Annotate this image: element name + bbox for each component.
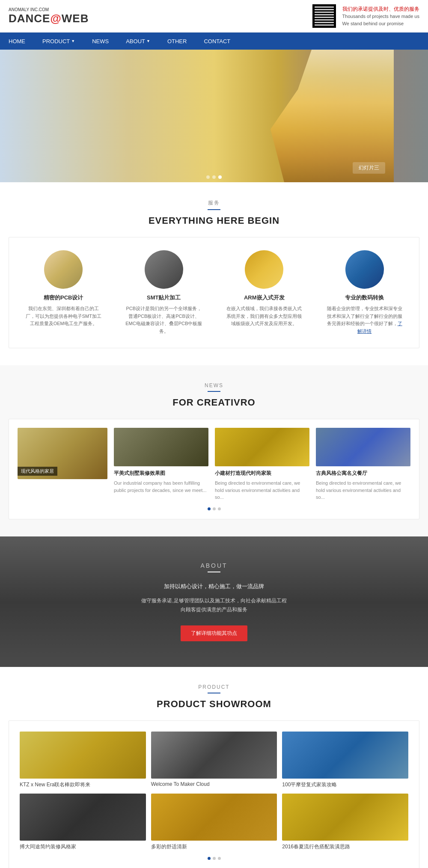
- news-item-3-desc: Being directed to environmental care, we…: [316, 480, 410, 501]
- about-section: ABOUT 加持以精心设计，精心施工，做一流品牌 做守服务承诺,足够管理团队以及…: [0, 536, 428, 667]
- service-pcb-name: 精密的PCB设计: [25, 294, 102, 302]
- service-pcb-image: [44, 250, 83, 289]
- service-pcb-desc: 我们在东莞、深圳都有着自己的工厂，可以为您提供各种电子SMT加工工程质量及OEM…: [25, 305, 102, 328]
- news-main-image: 现代风格的家居: [18, 428, 107, 479]
- services-label: 服务: [9, 199, 419, 207]
- product-item-3-image: [282, 732, 408, 779]
- logo-suffix: WEB: [62, 12, 89, 25]
- service-arm: ARM嵌入式开发 在嵌入式领域，我们承接各类嵌入式系统开发，我们拥有众多大型应用…: [226, 250, 303, 335]
- about-subtitle: 做守服务承诺,足够管理团队以及施工技术，向社会承献精品工程 向顾客提供满意的产品…: [9, 596, 419, 615]
- service-smt-name: SMT贴片加工: [125, 294, 202, 302]
- news-item-3-image: [316, 428, 410, 466]
- news-dot-2[interactable]: [213, 507, 216, 510]
- site-domain: ANOMALY INC.COM: [9, 7, 89, 12]
- chevron-down-icon: ▼: [146, 39, 150, 43]
- about-subtitle-line1: 做守服务承诺,足够管理团队以及施工技术，向社会承献精品工程: [9, 596, 419, 606]
- news-dot-3[interactable]: [218, 507, 221, 510]
- news-item-3-title: 古典风格公寓名义餐厅: [316, 470, 410, 477]
- news-main-label: 现代风格的家居: [18, 467, 57, 476]
- services-grid: 精密的PCB设计 我们在东莞、深圳都有着自己的工厂，可以为您提供各种电子SMT加…: [18, 250, 410, 335]
- product-label: PRODUCT: [9, 684, 419, 690]
- services-section: 服务 EVERYTHING HERE BEGIN 精密的PCB设计 我们在东莞、…: [0, 182, 428, 365]
- news-section: NEWS FOR CREATIVRO 现代风格的家居 平美式别墅装修效果图 Ou…: [0, 365, 428, 536]
- news-item-2-desc: Being directed to environmental care, we…: [215, 480, 309, 501]
- news-label: NEWS: [9, 382, 419, 388]
- product-box: KTZ x New Era联名棒款即将来 Welcome To Maker Cl…: [9, 720, 419, 868]
- product-section: PRODUCT PRODUCT SHOWROOM KTZ x New Era联名…: [0, 667, 428, 868]
- service-digital-link[interactable]: 了解详情: [357, 321, 402, 334]
- nav-other[interactable]: OTHER: [159, 33, 196, 50]
- qr-code: [312, 4, 336, 28]
- product-item-1-name: KTZ x New Era联名棒款即将来: [20, 781, 146, 788]
- service-pcb: 精密的PCB设计 我们在东莞、深圳都有着自己的工厂，可以为您提供各种电子SMT加…: [25, 250, 102, 335]
- site-header: ANOMALY INC.COM DANCE@WEB 我们的承诺提供及时、优质的服…: [0, 0, 428, 33]
- logo-area: ANOMALY INC.COM DANCE@WEB: [9, 7, 89, 25]
- news-main-item: 现代风格的家居: [18, 428, 107, 479]
- news-title: FOR CREATIVRO: [9, 397, 419, 408]
- news-items-list: 平美式别墅装修效果图 Our industrial company has be…: [114, 428, 410, 501]
- product-item-4-name: 搏大同途简约装修风格家: [20, 843, 146, 850]
- main-nav: HOME PRODUCT ▼ NEWS ABOUT ▼ OTHER CONTAC…: [0, 33, 428, 50]
- product-item-6: 2016春夏流行色搭配装潢思路: [282, 794, 408, 850]
- product-dot-3[interactable]: [218, 857, 221, 860]
- news-item-1: 平美式别墅装修效果图 Our industrial company has be…: [114, 428, 208, 501]
- news-dot-1[interactable]: [208, 507, 211, 510]
- news-divider: [208, 391, 220, 392]
- service-digital-image: [345, 250, 384, 289]
- product-item-5-name: 多彩的舒适清新: [151, 843, 277, 850]
- news-item-3: 古典风格公寓名义餐厅 Being directed to environment…: [316, 428, 410, 501]
- hero-dot-3[interactable]: [218, 175, 222, 179]
- product-dot-2[interactable]: [213, 857, 216, 860]
- about-divider: [208, 572, 220, 572]
- news-box: 现代风格的家居 平美式别墅装修效果图 Our industrial compan…: [9, 419, 419, 519]
- product-divider: [208, 693, 220, 693]
- news-pagination: [18, 507, 410, 510]
- product-item-4-image: [20, 794, 146, 841]
- service-smt-desc: PCB设计是我们的另一个全球服务，普通PCB板设计、高速PCB设计、EMC电磁兼…: [125, 305, 202, 335]
- product-item-2-name: Welcome To Maker Cloud: [151, 781, 277, 787]
- service-arm-image: [245, 250, 283, 289]
- about-subtitle-line2: 向顾客提供满意的产品和服务: [9, 605, 419, 615]
- qr-image: [315, 6, 334, 26]
- nav-contact[interactable]: CONTACT: [195, 33, 239, 50]
- header-tagline: 我们的承诺提供及时、优质的服务 Thousands of projects ha…: [342, 5, 419, 27]
- tagline-en2: We stand behind our promise: [342, 20, 419, 27]
- product-item-1-image: [20, 732, 146, 779]
- product-item-2: Welcome To Maker Cloud: [151, 732, 277, 788]
- nav-product[interactable]: PRODUCT ▼: [34, 33, 83, 50]
- product-item-6-name: 2016春夏流行色搭配装潢思路: [282, 843, 408, 850]
- tagline-chinese: 我们的承诺提供及时、优质的服务: [342, 5, 419, 13]
- news-item-1-image: [114, 428, 208, 466]
- site-logo[interactable]: DANCE@WEB: [9, 12, 89, 25]
- product-item-1: KTZ x New Era联名棒款即将来: [20, 732, 146, 788]
- tagline-en1: Thousands of projects have made us: [342, 13, 419, 20]
- service-smt-image: [145, 250, 183, 289]
- nav-home[interactable]: HOME: [0, 33, 34, 50]
- nav-about[interactable]: ABOUT ▼: [117, 33, 159, 50]
- product-item-2-image: [151, 732, 277, 779]
- news-item-2: 小建材打造现代时尚家装 Being directed to environmen…: [215, 428, 309, 501]
- hero-dot-1[interactable]: [206, 175, 210, 179]
- hero-dot-2[interactable]: [212, 175, 216, 179]
- service-smt: SMT贴片加工 PCB设计是我们的另一个全球服务，普通PCB板设计、高速PCB设…: [125, 250, 202, 335]
- news-item-1-title: 平美式别墅装修效果图: [114, 470, 208, 477]
- chevron-down-icon: ▼: [71, 39, 75, 43]
- product-item-3-name: 100平摩登复式家装攻略: [282, 781, 408, 788]
- product-dot-1[interactable]: [208, 857, 211, 860]
- product-item-5-image: [151, 794, 277, 841]
- services-box: 精密的PCB设计 我们在东莞、深圳都有着自己的工厂，可以为您提供各种电子SMT加…: [9, 237, 419, 348]
- news-item-1-desc: Our industrial company has been fulfilli…: [114, 480, 208, 494]
- service-arm-desc: 在嵌入式领域，我们承接各类嵌入式系统开发，我们拥有众多大型应用领域板级嵌入式开发…: [226, 305, 303, 328]
- product-grid: KTZ x New Era联名棒款即将来 Welcome To Maker Cl…: [20, 732, 408, 850]
- header-right: 我们的承诺提供及时、优质的服务 Thousands of projects ha…: [312, 4, 419, 28]
- news-item-2-image: [215, 428, 309, 466]
- service-digital-name: 专业的数码转换: [326, 294, 403, 302]
- nav-news[interactable]: NEWS: [83, 33, 117, 50]
- news-item-2-title: 小建材打造现代时尚家装: [215, 470, 309, 477]
- logo-at: @: [50, 12, 61, 25]
- about-button[interactable]: 了解详细功能其功点: [181, 625, 247, 641]
- hero-dots: [206, 175, 222, 179]
- hero-slide-label[interactable]: 幻灯片三: [353, 162, 385, 174]
- about-tagline: 加持以精心设计，精心施工，做一流品牌: [9, 581, 419, 592]
- product-title: PRODUCT SHOWROOM: [9, 699, 419, 710]
